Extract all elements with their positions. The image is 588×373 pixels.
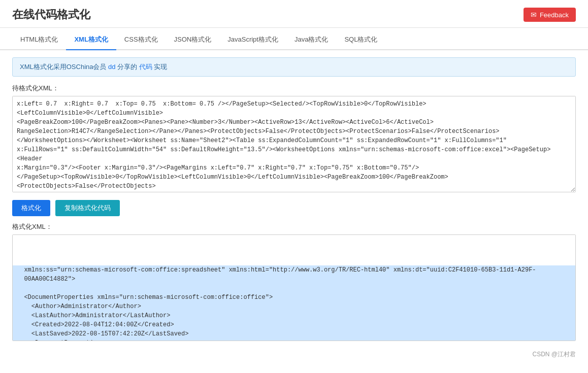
tab-json[interactable]: JSON格式化	[166, 30, 220, 50]
site-title: 在线代码格式化	[12, 7, 90, 22]
xml-output[interactable]: xmlns:ss="urn:schemas-microsoft-com:offi…	[12, 234, 576, 341]
tab-xml[interactable]: XML格式化	[66, 30, 116, 50]
tab-css[interactable]: CSS格式化	[116, 30, 166, 50]
button-row: 格式化 复制格式化代码	[12, 200, 576, 216]
info-code-link[interactable]: 代码	[139, 63, 152, 71]
info-user-link[interactable]: dd	[108, 63, 115, 71]
tab-java[interactable]: Java格式化	[286, 30, 336, 50]
feedback-label: Feedback	[540, 11, 569, 19]
header: 在线代码格式化 ✉ Feedback	[0, 0, 588, 28]
info-middle: 分享的	[117, 63, 137, 71]
main-content: XML格式化采用OSChina会员 dd 分享的 代码 实现 待格式化XML： …	[0, 50, 588, 348]
info-prefix: XML格式化采用OSChina会员	[20, 63, 106, 71]
xml-input[interactable]: x:Left= 0.7 x:Right= 0.7 x:Top= 0.75 x:B…	[12, 96, 576, 192]
feedback-button[interactable]: ✉ Feedback	[524, 8, 576, 22]
info-bar: XML格式化采用OSChina会员 dd 分享的 代码 实现	[12, 57, 576, 77]
format-button[interactable]: 格式化	[12, 200, 50, 216]
tab-javascript[interactable]: JavaScript格式化	[219, 30, 286, 50]
tab-html[interactable]: HTML格式化	[12, 30, 66, 50]
nav-tabs: HTML格式化 XML格式化 CSS格式化 JSON格式化 JavaScript…	[0, 30, 588, 50]
envelope-icon: ✉	[531, 11, 537, 19]
copy-button[interactable]: 复制格式化代码	[55, 200, 120, 216]
output-container: xmlns:ss="urn:schemas-microsoft-com:offi…	[12, 234, 576, 341]
footer-text: CSDN @江村君	[532, 351, 576, 358]
info-suffix: 实现	[154, 63, 167, 71]
output-label: 格式化XML：	[12, 222, 576, 231]
input-label: 待格式化XML：	[12, 84, 576, 93]
footer: CSDN @江村君	[0, 348, 588, 363]
tab-sql[interactable]: SQL格式化	[336, 30, 385, 50]
